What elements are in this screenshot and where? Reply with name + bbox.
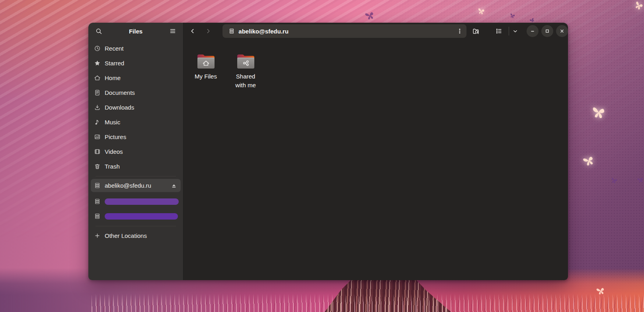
sidebar: Files Recent Starred Hom (88, 23, 183, 280)
sidebar-item-trash[interactable]: Trash (91, 159, 181, 174)
search-button[interactable] (92, 25, 105, 37)
main-menu-button[interactable] (166, 25, 179, 37)
drive-icon (228, 28, 235, 34)
kebab-menu-icon (457, 28, 463, 34)
sidebar-item-label: Starred (105, 60, 124, 67)
folder-label: My Files (195, 72, 217, 81)
plus-icon (94, 232, 101, 239)
main-pane: abeliko@sfedu.ru (183, 23, 568, 280)
folder-label: Shared with me (230, 72, 261, 90)
headerbar: abeliko@sfedu.ru (183, 23, 568, 39)
sidebar-item-label: Documents (105, 89, 135, 96)
folder-item-shared-with-me[interactable]: Shared with me (226, 51, 265, 91)
path-crumb-server[interactable]: abeliko@sfedu.ru (222, 28, 453, 35)
list-view-icon (495, 27, 502, 35)
sidebar-item-pictures[interactable]: Pictures (91, 130, 181, 144)
image-icon (94, 133, 101, 140)
sidebar-item-label: abeliko@sfedu.ru (105, 182, 166, 189)
sidebar-item-label: Home (105, 75, 121, 81)
app-title: Files (105, 28, 166, 35)
star-icon (94, 60, 101, 67)
sidebar-item-remote-redacted-2[interactable] (91, 209, 181, 224)
eject-button[interactable] (170, 182, 178, 189)
maximize-button[interactable] (541, 25, 553, 37)
sidebar-item-downloads[interactable]: Downloads (91, 100, 181, 115)
clock-icon (94, 45, 101, 52)
minimize-button[interactable] (527, 25, 539, 37)
sidebar-item-starred[interactable]: Starred (91, 56, 181, 71)
home-icon (94, 75, 101, 81)
view-toggle-button[interactable] (492, 24, 505, 38)
path-label: abeliko@sfedu.ru (238, 28, 289, 35)
music-note-icon (94, 119, 101, 126)
search-everywhere-button[interactable] (469, 24, 482, 38)
path-bar[interactable]: abeliko@sfedu.ru (222, 24, 466, 38)
trash-icon (94, 163, 101, 170)
sidebar-item-other-locations[interactable]: Other Locations (91, 229, 181, 242)
chevron-right-icon (205, 28, 211, 34)
sidebar-item-label: Recent (105, 45, 124, 52)
butterfly-icon (636, 176, 644, 184)
sidebar-divider (96, 176, 176, 177)
view-options-button[interactable] (510, 24, 520, 38)
file-grid: My Files Shared (183, 39, 568, 280)
sidebar-item-recent[interactable]: Recent (91, 41, 181, 56)
toolbar-separator (509, 27, 509, 35)
back-button[interactable] (186, 24, 199, 38)
chevron-left-icon (189, 28, 196, 34)
search-icon (96, 28, 102, 35)
redacted-label-bar (105, 213, 178, 220)
sidebar-item-remote-abeliko[interactable]: abeliko@sfedu.ru (91, 179, 181, 192)
sidebar-places-list: Recent Starred Home Documents Downloads (88, 39, 183, 242)
location-menu-button[interactable] (453, 24, 466, 38)
folder-search-icon (472, 27, 480, 35)
drive-icon (94, 198, 101, 205)
folder-icon (197, 53, 215, 69)
sidebar-item-label: Music (105, 119, 120, 126)
sidebar-item-documents[interactable]: Documents (91, 85, 181, 100)
download-icon (94, 104, 101, 111)
butterfly-icon (589, 104, 608, 121)
chevron-down-icon (512, 28, 518, 34)
folder-item-my-files[interactable]: My Files (186, 51, 226, 82)
wallpaper-grass (92, 294, 644, 312)
film-icon (94, 148, 101, 155)
drive-icon (94, 213, 101, 220)
folder-icon (236, 53, 255, 69)
sidebar-item-label: Trash (105, 163, 120, 170)
minimize-icon (530, 28, 535, 34)
sidebar-item-label: Downloads (105, 104, 134, 111)
drive-icon (94, 182, 101, 189)
forward-button[interactable] (201, 24, 215, 38)
maximize-icon (544, 28, 550, 34)
sidebar-item-label: Videos (105, 148, 123, 155)
sidebar-item-label: Pictures (105, 133, 126, 140)
hamburger-icon (170, 28, 176, 34)
close-button[interactable] (556, 25, 568, 37)
redacted-label-bar (105, 198, 179, 205)
sidebar-divider (96, 226, 176, 226)
sidebar-item-music[interactable]: Music (91, 115, 181, 130)
sidebar-item-home[interactable]: Home (91, 71, 181, 85)
close-icon (559, 28, 565, 34)
sidebar-headerbar: Files (88, 23, 183, 39)
sidebar-item-videos[interactable]: Videos (91, 144, 181, 159)
document-icon (94, 89, 101, 96)
desktop: Files Recent Starred Hom (0, 0, 644, 312)
files-window: Files Recent Starred Hom (88, 23, 568, 280)
sidebar-item-label: Other Locations (105, 232, 147, 239)
butterfly-icon (595, 285, 606, 296)
sidebar-item-remote-redacted-1[interactable] (91, 194, 181, 209)
